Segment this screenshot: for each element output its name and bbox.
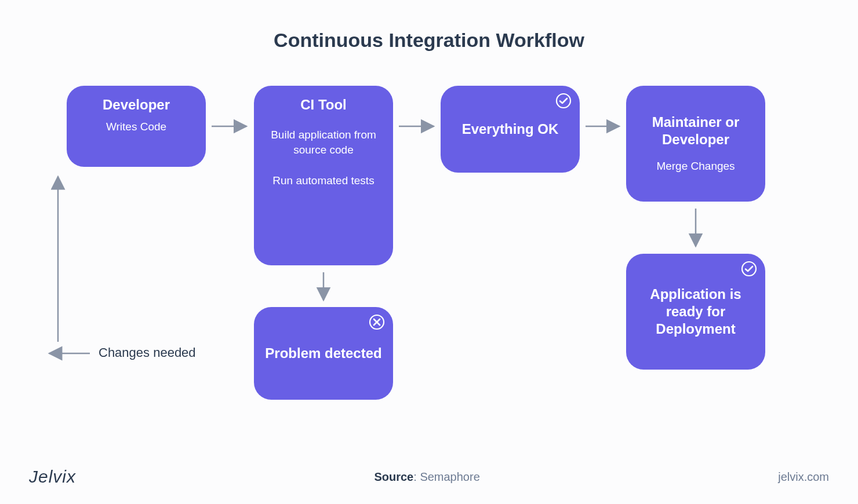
node-ci-tool-heading: CI Tool: [300, 96, 347, 114]
node-developer: Developer Writes Code: [67, 86, 206, 167]
node-developer-heading: Developer: [103, 96, 170, 114]
svg-point-0: [557, 94, 570, 108]
cross-icon: [369, 314, 385, 330]
label-changes-needed: Changes needed: [99, 345, 196, 360]
node-maintainer-heading: Maintainer or Developer: [634, 114, 757, 148]
source-attribution: Source: Semaphore: [374, 470, 479, 484]
svg-point-2: [742, 262, 756, 276]
node-maintainer-sub: Merge Changes: [656, 159, 735, 174]
node-ready: Application is ready for Deployment: [626, 254, 765, 370]
node-developer-sub: Writes Code: [106, 119, 166, 134]
source-label: Source: [374, 470, 413, 483]
node-maintainer: Maintainer or Developer Merge Changes: [626, 86, 765, 202]
node-problem-heading: Problem detected: [265, 345, 381, 362]
node-problem: Problem detected: [254, 307, 393, 400]
check-icon: [555, 93, 572, 109]
node-ci-tool: CI Tool Build application from source co…: [254, 86, 393, 265]
arrows-layer: [0, 0, 858, 504]
node-ready-heading: Application is ready for Deployment: [634, 286, 757, 338]
node-ok-heading: Everything OK: [462, 120, 559, 138]
node-everything-ok: Everything OK: [441, 86, 580, 173]
node-ci-tool-sub2: Run automated tests: [272, 173, 374, 188]
node-ci-tool-sub1: Build application from source code: [262, 127, 385, 157]
source-value: Semaphore: [420, 470, 479, 483]
check-icon: [741, 261, 757, 277]
brand-url: jelvix.com: [778, 470, 829, 484]
diagram-canvas: Developer Writes Code CI Tool Build appl…: [0, 0, 858, 504]
footer: Jelvix Source: Semaphore jelvix.com: [0, 467, 858, 487]
brand-logo: Jelvix: [29, 467, 76, 487]
